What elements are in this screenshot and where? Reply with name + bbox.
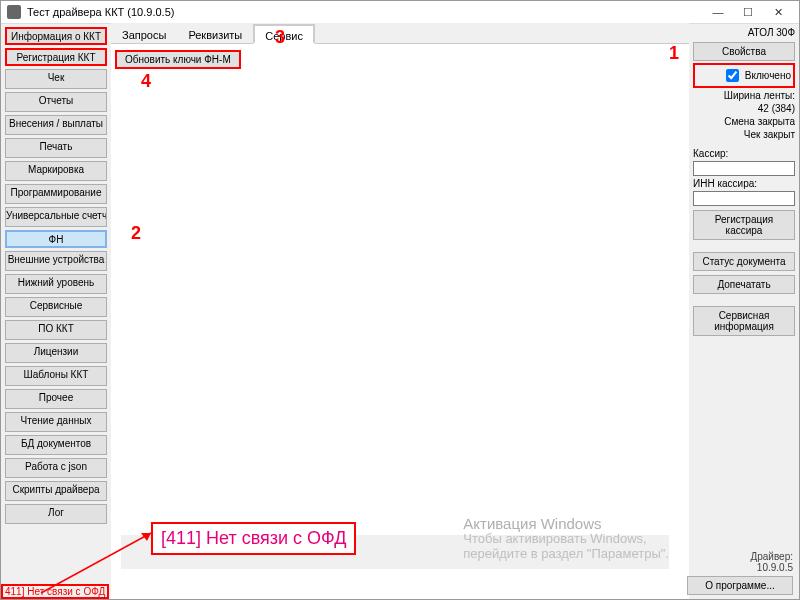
tape-width-value: 42 (384) xyxy=(693,103,795,114)
sidebar-item-reports[interactable]: Отчеты xyxy=(5,92,107,112)
sidebar-item-label: Печать xyxy=(40,141,73,152)
driver-version: 10.9.0.5 xyxy=(750,562,793,573)
sidebar-item-label: Работа с json xyxy=(25,461,87,472)
button-label: Сервисная информация xyxy=(714,310,774,332)
sidebar-item-label: Отчеты xyxy=(39,95,74,106)
sidebar-item-service[interactable]: Сервисные xyxy=(5,297,107,317)
button-label: Допечатать xyxy=(717,279,770,290)
check-status: Чек закрыт xyxy=(693,129,795,140)
sidebar-item-print[interactable]: Печать xyxy=(5,138,107,158)
sidebar-item-label: Лог xyxy=(48,507,64,518)
tab-label: Реквизиты xyxy=(188,29,242,41)
maximize-button[interactable]: ☐ xyxy=(733,6,763,19)
sidebar-item-external-devices[interactable]: Внешние устройства xyxy=(5,251,107,271)
properties-button[interactable]: Свойства xyxy=(693,42,795,61)
about-button[interactable]: О программе... xyxy=(687,576,793,595)
watermark-line: Активация Windows xyxy=(463,516,669,531)
window-controls: — ☐ ✕ xyxy=(703,6,793,19)
sidebar-item-label: Информация о ККТ xyxy=(11,31,101,42)
sidebar-item-driver-scripts[interactable]: Скрипты драйвера xyxy=(5,481,107,501)
sidebar-item-fn[interactable]: ФН xyxy=(5,230,107,248)
titlebar: Тест драйвера ККТ (10.9.0.5) — ☐ ✕ xyxy=(1,1,799,24)
cashier-label: Кассир: xyxy=(693,148,795,159)
sidebar-item-json[interactable]: Работа с json xyxy=(5,458,107,478)
sidebar-item-templates[interactable]: Шаблоны ККТ xyxy=(5,366,107,386)
sidebar-item-label: Маркировка xyxy=(28,164,84,175)
tape-width-label: Ширина ленты: xyxy=(693,90,795,101)
annotation-4: 4 xyxy=(141,71,151,92)
minimize-button[interactable]: — xyxy=(703,6,733,18)
sidebar-item-label: Прочее xyxy=(39,392,73,403)
close-button[interactable]: ✕ xyxy=(763,6,793,19)
button-label: Свойства xyxy=(722,46,766,57)
sidebar-item-kkt-info[interactable]: Информация о ККТ xyxy=(5,27,107,45)
device-name: АТОЛ 30Ф xyxy=(693,27,795,38)
tab-label: Запросы xyxy=(122,29,166,41)
tab-strip: Запросы Реквизиты Сервис xyxy=(111,23,689,44)
enabled-checkbox[interactable] xyxy=(726,69,739,82)
sidebar-item-counters[interactable]: Универсальные счетчики xyxy=(5,207,107,227)
annotation-1: 1 xyxy=(669,43,679,64)
error-message-callout: [411] Нет связи с ОФД xyxy=(151,522,356,555)
window-title: Тест драйвера ККТ (10.9.0.5) xyxy=(27,6,174,18)
sidebar-item-label: Внешние устройства xyxy=(8,254,105,265)
sidebar-item-label: Регистрация ККТ xyxy=(17,52,96,63)
sidebar-item-label: Программирование xyxy=(11,187,102,198)
button-label: Регистрация кассира xyxy=(715,214,773,236)
enabled-label: Включено xyxy=(745,70,791,81)
sidebar: Информация о ККТ Регистрация ККТ Чек Отч… xyxy=(1,23,111,599)
driver-label: Драйвер: xyxy=(750,551,793,562)
sidebar-item-read-data[interactable]: Чтение данных xyxy=(5,412,107,432)
sidebar-item-log[interactable]: Лог xyxy=(5,504,107,524)
sidebar-item-label: Чек xyxy=(48,72,65,83)
enabled-row: Включено xyxy=(693,63,795,88)
button-label: Обновить ключи ФН-М xyxy=(125,54,231,65)
sidebar-item-low-level[interactable]: Нижний уровень xyxy=(5,274,107,294)
statusbar-error: 411] Нет связи с ОФД xyxy=(1,584,109,599)
cashier-inn-input[interactable] xyxy=(693,191,795,206)
tab-requests[interactable]: Запросы xyxy=(111,24,177,46)
sidebar-item-label: Внесения / выплаты xyxy=(9,118,103,129)
driver-version-area: Драйвер: 10.9.0.5 xyxy=(750,551,793,573)
main-area: Запросы Реквизиты Сервис Обновить ключи … xyxy=(111,23,689,599)
sidebar-item-licenses[interactable]: Лицензии xyxy=(5,343,107,363)
right-pane: АТОЛ 30Ф Свойства Включено Ширина ленты:… xyxy=(689,23,799,599)
watermark-line: Чтобы активировать Windows, xyxy=(463,531,669,546)
windows-activation-watermark: Активация Windows Чтобы активировать Win… xyxy=(463,516,669,561)
button-label: О программе... xyxy=(705,580,775,591)
watermark-line: перейдите в раздел "Параметры". xyxy=(463,546,669,561)
sidebar-item-label: Чтение данных xyxy=(21,415,92,426)
annotation-2: 2 xyxy=(131,223,141,244)
sidebar-item-kkt-software[interactable]: ПО ККТ xyxy=(5,320,107,340)
sidebar-item-label: Сервисные xyxy=(30,300,83,311)
sidebar-item-db-documents[interactable]: БД документов xyxy=(5,435,107,455)
document-status-button[interactable]: Статус документа xyxy=(693,252,795,271)
app-window: Тест драйвера ККТ (10.9.0.5) — ☐ ✕ Инфор… xyxy=(0,0,800,600)
sidebar-item-payments[interactable]: Внесения / выплаты xyxy=(5,115,107,135)
finish-print-button[interactable]: Допечатать xyxy=(693,275,795,294)
cashier-input[interactable] xyxy=(693,161,795,176)
register-cashier-button[interactable]: Регистрация кассира xyxy=(693,210,795,240)
sidebar-item-label: Шаблоны ККТ xyxy=(24,369,89,380)
sidebar-item-label: Лицензии xyxy=(34,346,79,357)
shift-status: Смена закрыта xyxy=(693,116,795,127)
sidebar-item-check[interactable]: Чек xyxy=(5,69,107,89)
sidebar-item-label: ФН xyxy=(49,234,64,245)
update-fn-keys-button[interactable]: Обновить ключи ФН-М xyxy=(115,50,241,69)
sidebar-item-label: БД документов xyxy=(21,438,91,449)
cashier-inn-label: ИНН кассира: xyxy=(693,178,795,189)
app-icon xyxy=(7,5,21,19)
annotation-3: 3 xyxy=(275,27,285,48)
sidebar-item-label: Скрипты драйвера xyxy=(12,484,99,495)
service-info-button[interactable]: Сервисная информация xyxy=(693,306,795,336)
sidebar-item-marking[interactable]: Маркировка xyxy=(5,161,107,181)
sidebar-item-register-kkt[interactable]: Регистрация ККТ xyxy=(5,48,107,66)
tab-requisites[interactable]: Реквизиты xyxy=(177,24,253,46)
button-label: Статус документа xyxy=(702,256,785,267)
sidebar-item-label: Нижний уровень xyxy=(18,277,94,288)
sidebar-item-other[interactable]: Прочее xyxy=(5,389,107,409)
sidebar-item-programming[interactable]: Программирование xyxy=(5,184,107,204)
sidebar-item-label: Универсальные счетчики xyxy=(6,210,107,221)
sidebar-item-label: ПО ККТ xyxy=(38,323,74,334)
